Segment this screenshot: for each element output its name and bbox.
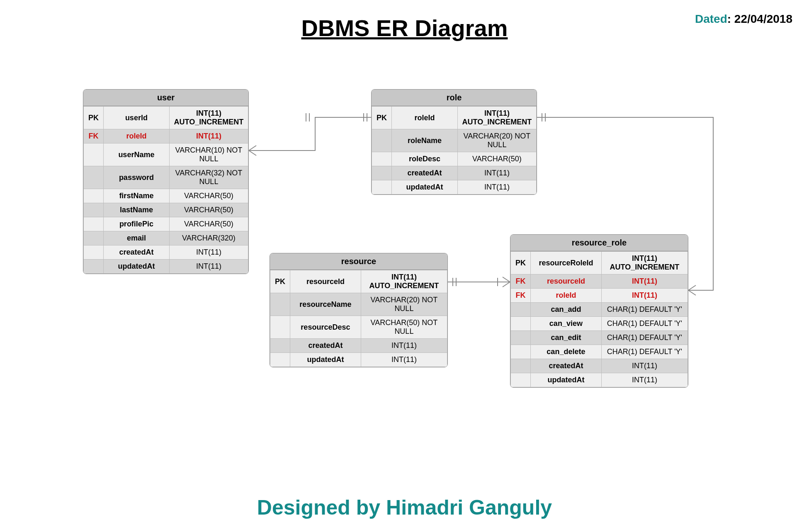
col-name: roleId [531, 289, 602, 303]
entity-row: createdAtINT(11) [270, 339, 447, 353]
col-type: VARCHAR(50) [169, 203, 248, 217]
col-type: INT(11) [169, 260, 248, 274]
col-key: PK [270, 270, 290, 293]
col-name: can_view [531, 317, 602, 331]
entity-user-title: user [83, 90, 248, 106]
entity-row: createdAtINT(11) [84, 245, 248, 260]
col-key: PK [372, 107, 392, 129]
col-name: updatedAt [392, 180, 458, 194]
entity-row: updatedAtINT(11) [84, 260, 248, 274]
entity-row: profilePicVARCHAR(50) [84, 217, 248, 231]
col-name: password [104, 166, 170, 189]
col-name: roleId [104, 129, 170, 143]
col-type: VARCHAR(32) NOT NULL [169, 166, 248, 189]
col-name: createdAt [104, 245, 170, 260]
col-key [511, 331, 531, 345]
col-key [511, 345, 531, 359]
col-name: createdAt [392, 166, 458, 180]
col-type: INT(11) [361, 339, 447, 353]
page-title: DBMS ER Diagram [0, 15, 809, 41]
col-type: INT(11) [601, 275, 688, 289]
col-type: INT(11) AUTO_INCREMENT [169, 107, 248, 129]
entity-user-table: PKuserIdINT(11) AUTO_INCREMENTFKroleIdIN… [83, 106, 248, 274]
dated-block: Dated: 22/04/2018 [695, 12, 792, 26]
col-type: INT(11) [601, 289, 688, 303]
col-name: resourceDesc [290, 316, 361, 339]
col-key: PK [84, 107, 104, 129]
col-key [372, 152, 392, 166]
col-key [270, 353, 290, 367]
col-type: VARCHAR(50) [169, 217, 248, 231]
col-name: can_delete [531, 345, 602, 359]
col-type: INT(11) [169, 129, 248, 143]
col-key [84, 166, 104, 189]
col-name: can_edit [531, 331, 602, 345]
diagram-canvas: DBMS ER Diagram Dated: 22/04/2018 user P… [0, 0, 809, 532]
col-name: firstName [104, 189, 170, 203]
entity-row: passwordVARCHAR(32) NOT NULL [84, 166, 248, 189]
col-key [84, 203, 104, 217]
dated-label: Dated [695, 12, 727, 25]
entity-row: roleDescVARCHAR(50) [372, 152, 537, 166]
entity-row: PKuserIdINT(11) AUTO_INCREMENT [84, 107, 248, 129]
entity-row: FKresourceIdINT(11) [511, 275, 688, 289]
col-key [84, 189, 104, 203]
col-key [270, 316, 290, 339]
col-name: can_add [531, 303, 602, 317]
col-key [372, 180, 392, 194]
col-key [372, 166, 392, 180]
entity-resource-role-title: resource_role [510, 235, 688, 251]
entity-resource-table: PKresourceIdINT(11) AUTO_INCREMENTresour… [270, 270, 447, 367]
col-type: VARCHAR(20) NOT NULL [457, 129, 536, 152]
col-type: INT(11) [601, 373, 688, 387]
col-type: INT(11) AUTO_INCREMENT [601, 252, 688, 275]
col-name: resourceId [531, 275, 602, 289]
entity-row: PKresourceRoleIdINT(11) AUTO_INCREMENT [511, 252, 688, 275]
entity-row: updatedAtINT(11) [511, 373, 688, 387]
col-name: roleDesc [392, 152, 458, 166]
col-type: INT(11) [601, 359, 688, 373]
col-key: FK [511, 275, 531, 289]
col-type: CHAR(1) DEFAULT 'Y' [601, 303, 688, 317]
col-type: INT(11) AUTO_INCREMENT [361, 270, 447, 293]
entity-row: resourceDescVARCHAR(50) NOT NULL [270, 316, 447, 339]
col-key: FK [84, 129, 104, 143]
col-key: PK [511, 252, 531, 275]
entity-row: roleNameVARCHAR(20) NOT NULL [372, 129, 537, 152]
entity-resource-role-table: PKresourceRoleIdINT(11) AUTO_INCREMENTFK… [510, 251, 688, 387]
entity-row: userNameVARCHAR(10) NOT NULL [84, 143, 248, 166]
entity-row: PKroleIdINT(11) AUTO_INCREMENT [372, 107, 537, 129]
entity-row: resourceNameVARCHAR(20) NOT NULL [270, 293, 447, 316]
entity-user: user PKuserIdINT(11) AUTO_INCREMENTFKrol… [83, 89, 249, 274]
col-name: userName [104, 143, 170, 166]
col-name: lastName [104, 203, 170, 217]
entity-row: emailVARCHAR(320) [84, 231, 248, 245]
col-type: VARCHAR(20) NOT NULL [361, 293, 447, 316]
col-name: updatedAt [104, 260, 170, 274]
col-key [511, 359, 531, 373]
entity-row: can_viewCHAR(1) DEFAULT 'Y' [511, 317, 688, 331]
col-type: VARCHAR(50) NOT NULL [361, 316, 447, 339]
col-name: resourceName [290, 293, 361, 316]
col-type: INT(11) [457, 166, 536, 180]
col-type: VARCHAR(50) [169, 189, 248, 203]
col-key [511, 303, 531, 317]
col-type: CHAR(1) DEFAULT 'Y' [601, 331, 688, 345]
entity-row: FKroleIdINT(11) [84, 129, 248, 143]
entity-row: FKroleIdINT(11) [511, 289, 688, 303]
col-name: resourceId [290, 270, 361, 293]
col-name: email [104, 231, 170, 245]
col-name: createdAt [531, 359, 602, 373]
entity-resource-role: resource_role PKresourceRoleIdINT(11) AU… [510, 234, 688, 388]
entity-role: role PKroleIdINT(11) AUTO_INCREMENTroleN… [371, 89, 537, 195]
col-type: INT(11) [169, 245, 248, 260]
entity-row: lastNameVARCHAR(50) [84, 203, 248, 217]
entity-row: createdAtINT(11) [511, 359, 688, 373]
col-name: userId [104, 107, 170, 129]
entity-role-table: PKroleIdINT(11) AUTO_INCREMENTroleNameVA… [372, 106, 537, 194]
col-name: profilePic [104, 217, 170, 231]
col-name: updatedAt [531, 373, 602, 387]
dated-value: : 22/04/2018 [727, 12, 792, 25]
entity-row: updatedAtINT(11) [372, 180, 537, 194]
col-key [270, 293, 290, 316]
